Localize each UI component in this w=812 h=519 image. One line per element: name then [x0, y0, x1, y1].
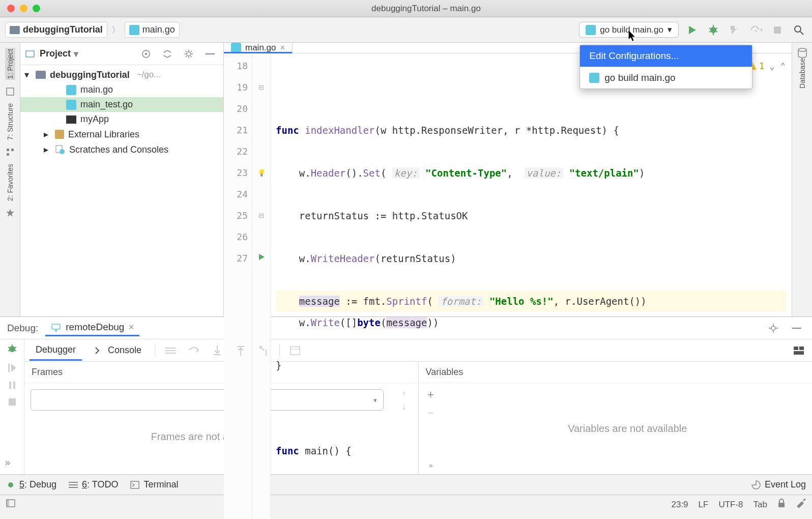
terminal-tool-button[interactable]: Terminal: [130, 479, 178, 490]
svg-line-6: [716, 31, 717, 32]
ide-settings-icon[interactable]: [796, 499, 806, 510]
project-panel: Project ▾ ▾ debuggingTutorial ~/go...: [20, 43, 224, 316]
right-tool-rail: Database: [792, 43, 812, 316]
database-tool-label[interactable]: Database: [798, 58, 806, 89]
code-editor[interactable]: 18 19 20 21 22 23 24 25 26 27 ⊟ 💡 ⊟: [224, 53, 792, 519]
debugger-tab[interactable]: Debugger: [30, 340, 82, 361]
svg-line-4: [716, 28, 717, 29]
intention-bulb-icon[interactable]: 💡: [257, 162, 266, 184]
search-everywhere-button[interactable]: [791, 22, 807, 38]
svg-rect-12: [11, 149, 14, 151]
todo-icon: [69, 481, 78, 488]
database-icon[interactable]: [797, 48, 807, 58]
run-gutter-icon[interactable]: [258, 248, 265, 269]
run-with-coverage-button[interactable]: [727, 22, 743, 38]
svg-point-22: [798, 48, 806, 51]
expand-chevron-icon[interactable]: ▾: [24, 69, 32, 80]
tree-file[interactable]: myApp: [20, 112, 223, 127]
project-tool-button[interactable]: 1: Project: [5, 48, 15, 80]
expand-all-button[interactable]: [159, 46, 176, 62]
tree-file-label: myApp: [80, 114, 109, 125]
run-to-cursor-button[interactable]: [256, 342, 272, 359]
more-actions-icon[interactable]: »: [5, 457, 10, 468]
breadcrumb-root[interactable]: debuggingTutorial: [5, 22, 107, 38]
profile-button[interactable]: ▾: [748, 22, 764, 38]
debug-button[interactable]: [705, 22, 721, 38]
editor-tab[interactable]: main.go ×: [224, 43, 293, 53]
edit-configurations-label: Edit Configurations...: [589, 50, 679, 62]
favorites-tool-button[interactable]: 2: Favorites: [6, 164, 14, 201]
run-config-item[interactable]: go build main.go: [580, 67, 752, 89]
svg-rect-28: [8, 364, 10, 372]
pause-button[interactable]: [8, 381, 16, 391]
tree-file[interactable]: main.go: [20, 82, 223, 97]
locate-button[interactable]: [138, 46, 154, 62]
tool-window-toggle-button[interactable]: [6, 499, 15, 510]
view-mode-chevron-icon[interactable]: ▾: [74, 48, 78, 60]
tree-root-label: debuggingTutorial: [50, 70, 130, 80]
stop-button[interactable]: [769, 22, 786, 38]
svg-rect-7: [774, 26, 781, 34]
project-view-icon: [25, 49, 35, 59]
project-tool-label: 1: Project: [6, 49, 14, 79]
go-file-icon: [231, 43, 241, 53]
rerun-debug-button[interactable]: [7, 343, 18, 356]
resume-button[interactable]: [8, 363, 17, 374]
bug-icon: [6, 480, 15, 489]
bookmark-icon[interactable]: [6, 87, 15, 96]
code-content[interactable]: func indexHandler(w http.ResponseWriter,…: [271, 53, 792, 519]
next-frame-button[interactable]: ↓: [402, 403, 405, 411]
run-config-selector[interactable]: go build main.go ▾ Edit Configurations..…: [579, 22, 679, 38]
debug-tool-button[interactable]: 5: Debug: [6, 479, 56, 490]
edit-configurations-item[interactable]: Edit Configurations...: [580, 45, 752, 67]
run-button[interactable]: [684, 22, 700, 38]
prev-problem-icon[interactable]: ⌃: [780, 55, 786, 77]
svg-rect-23: [52, 324, 60, 329]
step-out-button[interactable]: [233, 342, 249, 359]
go-file-icon: [66, 100, 76, 110]
breadcrumb-file[interactable]: main.go: [125, 22, 180, 38]
stop-debug-button[interactable]: [8, 398, 16, 408]
close-window-icon[interactable]: [7, 5, 15, 12]
zoom-window-icon[interactable]: [33, 5, 40, 12]
close-tab-icon[interactable]: ×: [280, 43, 285, 53]
console-tab[interactable]: Console: [89, 341, 148, 360]
step-into-button[interactable]: [209, 342, 225, 359]
tree-external-libs[interactable]: ▸ External Libraries: [20, 127, 223, 142]
debug-label: Debug:: [7, 323, 38, 334]
tree-external-label: External Libraries: [68, 129, 139, 140]
scratches-icon: [55, 145, 65, 155]
go-file-icon: [66, 85, 76, 95]
svg-rect-18: [206, 53, 215, 54]
structure-tool-button[interactable]: 7: Structure: [6, 103, 14, 140]
expand-chevron-icon[interactable]: ▸: [44, 129, 51, 140]
prev-frame-button[interactable]: ↑: [402, 389, 405, 397]
settings-button[interactable]: [181, 46, 197, 62]
tree-root[interactable]: ▾ debuggingTutorial ~/go...: [20, 67, 223, 82]
layout-settings-button[interactable]: [791, 342, 807, 359]
gutter-annotations: ⊟ 💡 ⊟: [252, 53, 271, 519]
svg-rect-10: [7, 88, 14, 95]
svg-line-5: [709, 31, 711, 32]
console-icon: [95, 347, 103, 354]
svg-rect-30: [13, 382, 15, 389]
step-over-button[interactable]: [186, 342, 202, 359]
next-problem-icon[interactable]: ⌄: [769, 55, 775, 77]
fold-minus-icon[interactable]: ⊟: [258, 205, 264, 226]
fold-minus-icon[interactable]: ⊟: [258, 77, 264, 98]
minimize-window-icon[interactable]: [20, 5, 27, 12]
todo-tool-button[interactable]: 6: TODO: [69, 479, 118, 490]
title-bar: debuggingTutorial – main.go: [0, 0, 812, 17]
hide-panel-button[interactable]: [202, 46, 218, 62]
debug-session-tab[interactable]: remoteDebug ×: [45, 320, 139, 336]
tree-file[interactable]: main_test.go: [20, 97, 223, 112]
close-session-icon[interactable]: ×: [128, 322, 134, 333]
main-toolbar: debuggingTutorial 〉 main.go go build mai…: [0, 17, 812, 43]
tree-scratches[interactable]: ▸ Scratches and Consoles: [20, 142, 223, 157]
show-threads-button[interactable]: [162, 342, 179, 359]
svg-rect-42: [794, 347, 798, 350]
svg-rect-31: [9, 398, 16, 406]
evaluate-expression-button[interactable]: [287, 342, 303, 359]
expand-chevron-icon[interactable]: ▸: [44, 144, 51, 155]
editor-tab-label: main.go: [245, 43, 276, 53]
